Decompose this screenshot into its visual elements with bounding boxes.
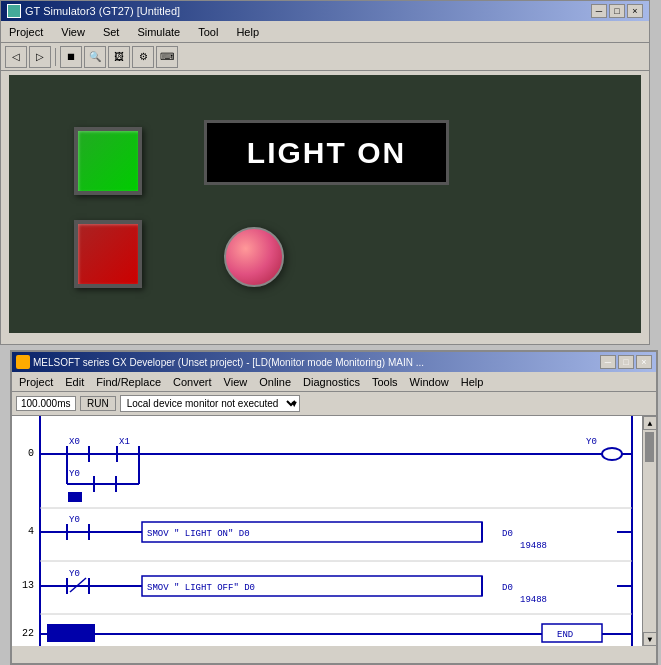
svg-text:END: END	[557, 630, 573, 640]
svg-text:X1: X1	[119, 437, 130, 447]
gx-titlebar-left: MELSOFT series GX Developer (Unset proje…	[16, 355, 424, 369]
sim-green-button[interactable]	[74, 127, 142, 195]
gt-window-title: GT Simulator3 (GT27) [Untitled]	[25, 5, 180, 17]
gx-time-display: 100.000ms	[16, 396, 76, 411]
gt-tool-back[interactable]: ◁	[5, 46, 27, 68]
svg-text:X0: X0	[69, 437, 80, 447]
gx-menu-edit[interactable]: Edit	[62, 375, 87, 389]
gx-menu-help[interactable]: Help	[458, 375, 487, 389]
svg-text:0: 0	[28, 448, 34, 459]
sim-indicator	[224, 227, 284, 287]
gx-status-left: 100.000ms RUN Local device monitor not e…	[16, 395, 299, 412]
gx-menu-tools[interactable]: Tools	[369, 375, 401, 389]
svg-rect-24	[68, 492, 82, 502]
gt-simulator-screen: LIGHT ON	[9, 75, 641, 333]
gx-scrollbar: ▲ ▼	[642, 416, 656, 646]
gt-toolbar: ◁ ▷ ⏹ 🔍 🖼 ⚙ ⌨	[1, 43, 649, 71]
svg-text:Y0: Y0	[69, 569, 80, 579]
gx-run-button[interactable]: RUN	[80, 396, 116, 411]
gx-menu-project[interactable]: Project	[16, 375, 56, 389]
gt-tool-img[interactable]: 🖼	[108, 46, 130, 68]
gx-menu-online[interactable]: Online	[256, 375, 294, 389]
gx-window-controls: ─ □ ×	[600, 355, 652, 369]
gx-menu-convert[interactable]: Convert	[170, 375, 215, 389]
scroll-down-btn[interactable]: ▼	[643, 632, 656, 646]
gt-tool-sep1	[55, 48, 56, 66]
svg-text:Y0: Y0	[69, 515, 80, 525]
gt-menu-project[interactable]: Project	[5, 24, 47, 40]
gt-close-btn[interactable]: ×	[627, 4, 643, 18]
gx-menubar: Project Edit Find/Replace Convert View O…	[12, 372, 656, 392]
svg-point-16	[602, 448, 622, 460]
gt-menu-help[interactable]: Help	[232, 24, 263, 40]
gx-menu-findreplace[interactable]: Find/Replace	[93, 375, 164, 389]
gx-app-icon	[16, 355, 30, 369]
svg-text:Y0: Y0	[586, 437, 597, 447]
gx-titlebar: MELSOFT series GX Developer (Unset proje…	[12, 352, 656, 372]
scroll-up-btn[interactable]: ▲	[643, 416, 656, 430]
gt-window-controls: ─ □ ×	[591, 4, 643, 18]
svg-text:D0: D0	[502, 583, 513, 593]
gt-titlebar-left: GT Simulator3 (GT27) [Untitled]	[7, 4, 180, 18]
gt-titlebar: GT Simulator3 (GT27) [Untitled] ─ □ ×	[1, 1, 649, 21]
gx-developer-window: MELSOFT series GX Developer (Unset proje…	[10, 350, 658, 665]
gt-tool-settings[interactable]: ⚙	[132, 46, 154, 68]
gt-tool-stop[interactable]: ⏹	[60, 46, 82, 68]
gx-monitor-select[interactable]: Local device monitor not executed	[120, 395, 300, 412]
svg-text:19488: 19488	[520, 595, 547, 605]
svg-text:22: 22	[22, 628, 34, 639]
svg-text:D0: D0	[502, 529, 513, 539]
sim-display: LIGHT ON	[204, 120, 449, 185]
gt-tool-zoom-in[interactable]: 🔍	[84, 46, 106, 68]
svg-text:19488: 19488	[520, 541, 547, 551]
gt-menu-tool[interactable]: Tool	[194, 24, 222, 40]
gt-minimize-btn[interactable]: ─	[591, 4, 607, 18]
gt-menu-set[interactable]: Set	[99, 24, 124, 40]
gx-minimize-btn[interactable]: ─	[600, 355, 616, 369]
gx-menu-view[interactable]: View	[221, 375, 251, 389]
gx-menu-window[interactable]: Window	[407, 375, 452, 389]
svg-text:SMOV  " LIGHT ON"   D0: SMOV " LIGHT ON" D0	[147, 529, 250, 539]
sim-red-button[interactable]	[74, 220, 142, 288]
svg-rect-59	[47, 624, 95, 642]
gt-tool-fwd[interactable]: ▷	[29, 46, 51, 68]
gt-menu-view[interactable]: View	[57, 24, 89, 40]
gx-toolbar: 100.000ms RUN Local device monitor not e…	[12, 392, 656, 416]
gt-restore-btn[interactable]: □	[609, 4, 625, 18]
gx-dropdown-icon: ▼	[290, 399, 299, 409]
sim-display-text: LIGHT ON	[247, 136, 406, 170]
svg-text:4: 4	[28, 526, 34, 537]
gx-close-btn[interactable]: ×	[636, 355, 652, 369]
gt-app-icon	[7, 4, 21, 18]
gt-menubar: Project View Set Simulate Tool Help	[1, 21, 649, 43]
svg-text:13: 13	[22, 580, 34, 591]
gx-restore-btn[interactable]: □	[618, 355, 634, 369]
gx-ladder-area: 0 X0 X1 Y0	[12, 416, 656, 646]
svg-text:SMOV  " LIGHT OFF"  D0: SMOV " LIGHT OFF" D0	[147, 583, 255, 593]
gt-simulator-window: GT Simulator3 (GT27) [Untitled] ─ □ × Pr…	[0, 0, 650, 345]
gt-menu-simulate[interactable]: Simulate	[133, 24, 184, 40]
gt-tool-keyboard[interactable]: ⌨	[156, 46, 178, 68]
svg-text:Y0: Y0	[69, 469, 80, 479]
ladder-svg: 0 X0 X1 Y0	[12, 416, 656, 646]
gx-menu-diagnostics[interactable]: Diagnostics	[300, 375, 363, 389]
gx-window-title: MELSOFT series GX Developer (Unset proje…	[33, 357, 424, 368]
scroll-thumb[interactable]	[645, 432, 654, 462]
